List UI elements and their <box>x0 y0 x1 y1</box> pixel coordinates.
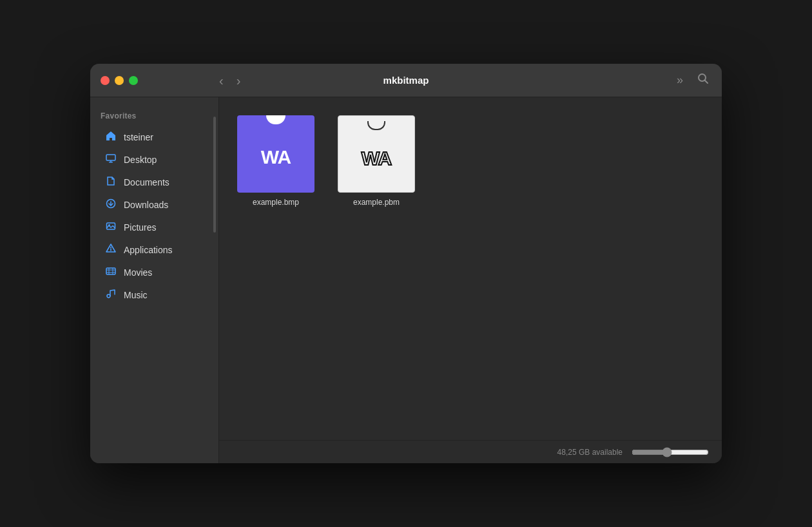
search-button[interactable] <box>695 72 711 89</box>
sidebar-item-movies[interactable]: Movies <box>94 262 215 283</box>
svg-point-10 <box>110 247 111 248</box>
sidebar-item-documents[interactable]: Documents <box>94 171 215 193</box>
titlebar: ‹ › mkbitmap » <box>90 64 722 97</box>
sidebar-item-music[interactable]: Music <box>94 284 215 306</box>
more-options-button[interactable]: » <box>674 72 686 88</box>
sidebar-item-label-downloads: Downloads <box>124 200 168 210</box>
favorites-label: Favorites <box>90 108 218 126</box>
titlebar-right-controls: » <box>674 72 711 89</box>
back-button[interactable]: ‹ <box>213 74 230 87</box>
sidebar-item-label-documents: Documents <box>124 177 169 187</box>
pbm-filename: example.pbm <box>353 198 400 207</box>
zoom-slider[interactable] <box>632 447 709 457</box>
minimize-button[interactable] <box>115 76 124 85</box>
file-area: WA example.bmp WA example.pbm <box>219 97 722 440</box>
applications-icon <box>104 244 117 256</box>
bmp-wa-label: WA <box>261 146 291 168</box>
zoom-slider-container <box>632 447 709 457</box>
sidebar-item-pictures[interactable]: Pictures <box>94 216 215 238</box>
sidebar-item-desktop[interactable]: Desktop <box>94 149 215 171</box>
available-space-text: 48,25 GB available <box>557 448 623 457</box>
close-button[interactable] <box>101 76 110 85</box>
navigation-area: ‹ › <box>213 74 247 87</box>
sidebar-item-label-desktop: Desktop <box>124 155 157 165</box>
sidebar-item-tsteiner[interactable]: tsteiner <box>94 126 215 148</box>
file-item-pbm[interactable]: WA example.pbm <box>333 110 420 427</box>
sidebar-item-label-music: Music <box>124 290 148 300</box>
bmp-thumbnail: WA <box>237 115 314 193</box>
bmp-filename: example.bmp <box>253 198 299 207</box>
pbm-thumbnail: WA <box>338 115 415 193</box>
desktop-icon <box>104 153 117 166</box>
sidebar-item-downloads[interactable]: Downloads <box>94 194 215 216</box>
window-title: mkbitmap <box>383 75 429 86</box>
pbm-wa-label: WA <box>362 148 391 169</box>
scroll-indicator <box>213 117 216 233</box>
movies-icon <box>104 266 117 279</box>
forward-button[interactable]: › <box>230 74 247 87</box>
svg-line-1 <box>705 81 708 84</box>
sidebar-item-label-movies: Movies <box>124 267 152 278</box>
traffic-lights <box>101 76 138 85</box>
search-icon <box>697 74 709 87</box>
maximize-button[interactable] <box>129 76 138 85</box>
main-content: Favorites tsteiner Desktop <box>90 97 722 463</box>
sidebar-item-applications[interactable]: Applications <box>94 239 215 261</box>
chevron-double-right-icon: » <box>677 73 683 86</box>
file-item-bmp[interactable]: WA example.bmp <box>232 110 320 427</box>
documents-icon <box>104 176 117 189</box>
statusbar: 48,25 GB available <box>219 440 722 463</box>
sidebar: Favorites tsteiner Desktop <box>90 97 219 463</box>
sidebar-item-label-tsteiner: tsteiner <box>124 132 153 142</box>
finder-window: ‹ › mkbitmap » Favorites <box>90 64 722 463</box>
svg-rect-12 <box>106 268 115 274</box>
file-grid: WA example.bmp WA example.pbm <box>232 110 709 427</box>
music-icon <box>104 289 117 302</box>
svg-rect-2 <box>106 155 115 160</box>
sidebar-item-label-pictures: Pictures <box>124 222 157 233</box>
pictures-icon <box>104 221 117 234</box>
downloads-icon <box>104 198 117 211</box>
svg-rect-3 <box>109 162 113 163</box>
sidebar-item-label-applications: Applications <box>124 245 173 255</box>
home-icon <box>104 131 117 144</box>
content-column: WA example.bmp WA example.pbm 48,25 GB <box>219 97 722 463</box>
